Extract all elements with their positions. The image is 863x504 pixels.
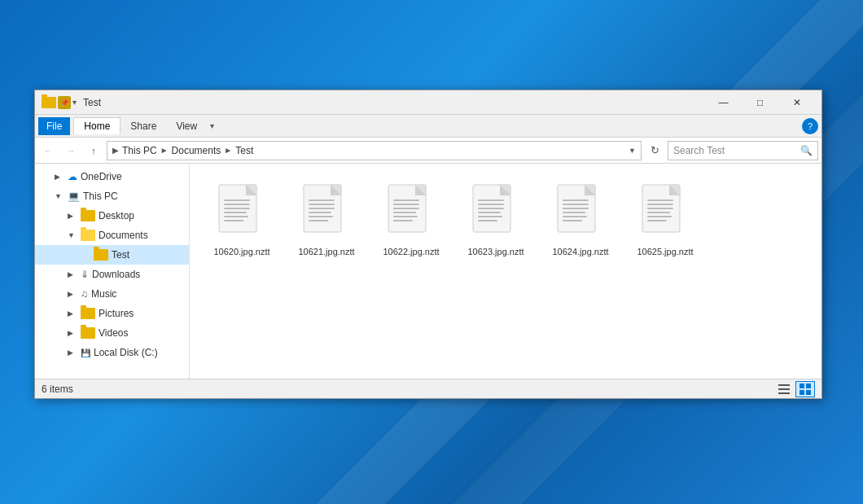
path-test[interactable]: Test: [235, 145, 253, 156]
help-button[interactable]: ?: [802, 118, 818, 134]
svg-rect-35: [478, 220, 497, 221]
title-bar-arrow: ▾: [72, 98, 77, 107]
tab-view[interactable]: View: [166, 117, 207, 135]
sidebar-label-downloads: Downloads: [92, 269, 140, 280]
svg-rect-59: [799, 390, 804, 395]
file-item-f2[interactable]: 10621.jpg.nztt: [287, 177, 366, 263]
file-area: 10620.jpg.nztt 10621.jpg.nztt: [190, 164, 821, 379]
test-expand-icon: [81, 251, 94, 259]
sidebar-item-localdisk[interactable]: ▶ 💾 Local Disk (C:): [35, 343, 189, 362]
close-button[interactable]: ✕: [778, 90, 815, 115]
videos-folder-icon: [81, 327, 95, 339]
sidebar-item-documents[interactable]: ▼ Documents: [35, 226, 189, 245]
svg-rect-51: [647, 212, 670, 213]
svg-rect-7: [224, 216, 248, 217]
desktop-expand-icon: ▶: [68, 212, 81, 220]
svg-rect-41: [563, 208, 589, 209]
title-bar: 📌 ▾ Test — □ ✕: [35, 90, 821, 115]
pictures-expand-icon: ▶: [68, 309, 81, 318]
main-area: ▶ ☁ OneDrive ▼ 💻 This PC ▶ Desktop ▼ Doc…: [35, 164, 821, 379]
path-sep-1: ►: [160, 146, 169, 155]
file-item-f6[interactable]: 10625.jpg.nztt: [626, 177, 704, 263]
sidebar-item-music[interactable]: ▶ ♫ Music: [35, 284, 189, 304]
localdisk-expand-icon: ▶: [68, 348, 81, 357]
svg-rect-55: [778, 388, 790, 390]
sidebar-item-desktop[interactable]: ▶ Desktop: [35, 206, 189, 226]
back-button[interactable]: ←: [38, 141, 58, 160]
path-thispc[interactable]: This PC: [122, 145, 157, 156]
svg-rect-15: [309, 212, 331, 213]
svg-rect-43: [563, 216, 587, 217]
tab-file[interactable]: File: [38, 117, 70, 135]
videos-expand-icon: ▶: [68, 329, 81, 337]
title-bar-icons: 📌 ▾: [42, 96, 77, 109]
svg-rect-54: [778, 384, 790, 386]
svg-rect-4: [224, 204, 250, 205]
up-button[interactable]: ↑: [84, 141, 103, 160]
sidebar-item-downloads[interactable]: ▶ ⇓ Downloads: [35, 265, 189, 284]
svg-rect-60: [806, 390, 811, 395]
sidebar-item-test[interactable]: Test: [35, 245, 189, 265]
file-item-f1[interactable]: 10620.jpg.nztt: [203, 177, 281, 263]
file-icon-f2: [302, 183, 351, 242]
svg-rect-21: [393, 199, 419, 201]
file-item-f5[interactable]: 10624.jpg.nztt: [541, 177, 620, 263]
minimize-button[interactable]: —: [705, 90, 742, 115]
svg-rect-8: [224, 220, 243, 221]
tiles-view-button[interactable]: [795, 381, 815, 397]
sidebar: ▶ ☁ OneDrive ▼ 💻 This PC ▶ Desktop ▼ Doc…: [35, 164, 190, 379]
documents-folder-icon: [81, 230, 95, 241]
forward-button[interactable]: →: [61, 141, 81, 160]
drive-icon: 💾: [81, 348, 90, 357]
sidebar-label-videos: Videos: [99, 327, 128, 339]
svg-rect-14: [309, 208, 335, 209]
refresh-button[interactable]: ↻: [645, 141, 664, 160]
path-dropdown-icon[interactable]: ▼: [629, 147, 636, 155]
svg-rect-57: [799, 383, 804, 388]
music-icon: ♫: [81, 288, 88, 300]
svg-rect-30: [478, 199, 504, 201]
svg-rect-50: [647, 208, 673, 209]
music-expand-icon: ▶: [68, 290, 81, 298]
sidebar-item-videos[interactable]: ▶ Videos: [35, 323, 189, 343]
window-title: Test: [83, 97, 705, 108]
file-name-f5: 10624.jpg.nztt: [552, 247, 608, 256]
svg-rect-39: [563, 199, 589, 201]
search-input[interactable]: [673, 145, 800, 156]
sidebar-label-test: Test: [112, 249, 129, 261]
svg-rect-42: [563, 212, 585, 213]
desktop-folder-icon: [81, 210, 95, 221]
tab-home[interactable]: Home: [73, 117, 120, 134]
file-name-f4: 10623.jpg.nztt: [467, 247, 523, 256]
svg-rect-16: [309, 216, 333, 217]
svg-rect-22: [393, 204, 419, 205]
sidebar-item-pictures[interactable]: ▶ Pictures: [35, 304, 189, 323]
svg-rect-26: [393, 220, 413, 221]
view-buttons: [774, 381, 815, 397]
file-icon-f4: [471, 183, 520, 242]
sidebar-item-thispc[interactable]: ▼ 💻 This PC: [35, 186, 189, 206]
address-path[interactable]: ▶ This PC ► Documents ► Test ▼: [107, 141, 642, 160]
search-icon[interactable]: 🔍: [800, 145, 813, 156]
svg-rect-56: [778, 392, 790, 394]
file-name-f2: 10621.jpg.nztt: [298, 247, 354, 256]
sidebar-item-onedrive[interactable]: ▶ ☁ OneDrive: [35, 167, 189, 186]
status-bar: 6 items: [35, 379, 821, 398]
svg-rect-48: [647, 199, 673, 201]
sidebar-label-localdisk: Local Disk (C:): [94, 347, 158, 358]
file-name-f3: 10622.jpg.nztt: [383, 247, 439, 256]
path-documents[interactable]: Documents: [172, 145, 221, 156]
pictures-folder-icon: [81, 308, 95, 319]
sidebar-label-pictures: Pictures: [99, 308, 134, 319]
tab-share[interactable]: Share: [120, 117, 166, 135]
details-view-button[interactable]: [774, 381, 794, 397]
svg-rect-31: [478, 204, 504, 205]
search-box[interactable]: 🔍: [668, 141, 818, 160]
file-item-f4[interactable]: 10623.jpg.nztt: [457, 177, 535, 263]
documents-expand-icon: ▼: [68, 231, 81, 239]
pin-icon: 📌: [58, 96, 71, 109]
ribbon-expand-icon[interactable]: ▾: [207, 118, 217, 134]
maximize-button[interactable]: □: [742, 90, 778, 115]
file-item-f3[interactable]: 10622.jpg.nztt: [372, 177, 450, 263]
sidebar-label-desktop: Desktop: [99, 210, 134, 221]
